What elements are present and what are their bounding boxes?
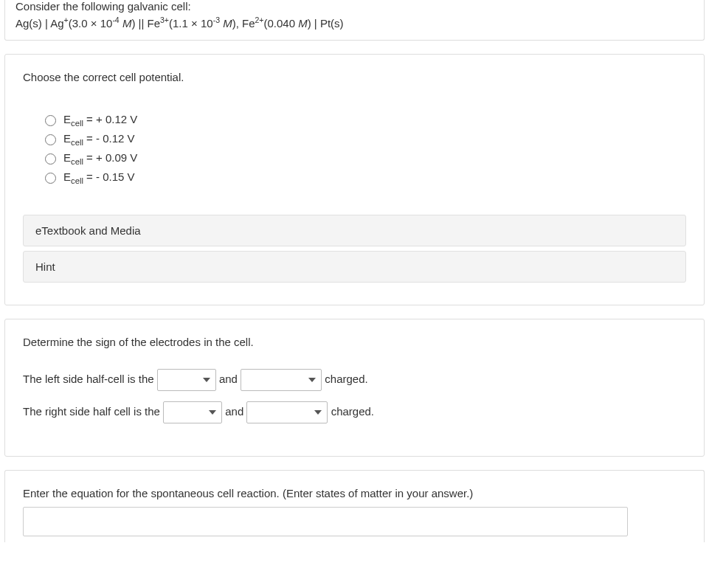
- q2-right-charge-select[interactable]: [246, 401, 328, 423]
- q1-label-3: Ecell = + 0.09 V: [63, 151, 137, 166]
- intro-panel: Consider the following galvanic cell: Ag…: [4, 0, 705, 41]
- q2-row-right: The right side half cell is the and char…: [23, 401, 686, 423]
- q1-option-3: Ecell = + 0.09 V: [45, 151, 686, 166]
- q3-panel: Enter the equation for the spontaneous c…: [4, 470, 705, 542]
- q3-equation-input[interactable]: [23, 507, 628, 536]
- q1-options: Ecell = + 0.12 V Ecell = - 0.12 V Ecell …: [23, 113, 686, 185]
- q2-right-pre: The right side half cell is the: [23, 405, 160, 418]
- q1-option-4: Ecell = - 0.15 V: [45, 170, 686, 185]
- q3-prompt: Enter the equation for the spontaneous c…: [23, 487, 686, 499]
- q1-prompt: Choose the correct cell potential.: [23, 71, 686, 83]
- q2-left-mid: and: [219, 373, 238, 385]
- hint-button[interactable]: Hint: [23, 251, 686, 283]
- q2-right-mid: and: [225, 405, 243, 418]
- q2-left-electrode-select[interactable]: [157, 369, 216, 391]
- cell-notation: Ag(s) | Ag+(3.0 × 10-4 M) || Fe3+(1.1 × …: [15, 15, 694, 30]
- q2-prompt: Determine the sign of the electrodes in …: [23, 336, 686, 348]
- q1-radio-2[interactable]: [45, 134, 56, 145]
- q1-label-1: Ecell = + 0.12 V: [63, 113, 137, 128]
- q2-row-left: The left side half-cell is the and charg…: [23, 369, 686, 391]
- q2-panel: Determine the sign of the electrodes in …: [4, 319, 705, 457]
- q1-radio-4[interactable]: [45, 173, 56, 184]
- q2-right-post: charged.: [331, 405, 374, 418]
- q1-label-2: Ecell = - 0.12 V: [63, 132, 135, 147]
- q1-panel: Choose the correct cell potential. Ecell…: [4, 54, 705, 305]
- q2-left-charge-select[interactable]: [241, 369, 322, 391]
- intro-line1: Consider the following galvanic cell:: [15, 0, 694, 13]
- q1-radio-3[interactable]: [45, 153, 56, 165]
- q1-option-1: Ecell = + 0.12 V: [45, 113, 686, 128]
- q1-label-4: Ecell = - 0.15 V: [63, 170, 135, 185]
- q1-option-2: Ecell = - 0.12 V: [45, 132, 686, 147]
- q2-left-post: charged.: [325, 373, 367, 385]
- q1-radio-1[interactable]: [45, 115, 56, 126]
- q2-left-pre: The left side half-cell is the: [23, 373, 154, 385]
- q2-right-electrode-select[interactable]: [163, 401, 222, 423]
- etextbook-button[interactable]: eTextbook and Media: [23, 215, 686, 246]
- q1-button-bar: eTextbook and Media Hint: [23, 215, 686, 283]
